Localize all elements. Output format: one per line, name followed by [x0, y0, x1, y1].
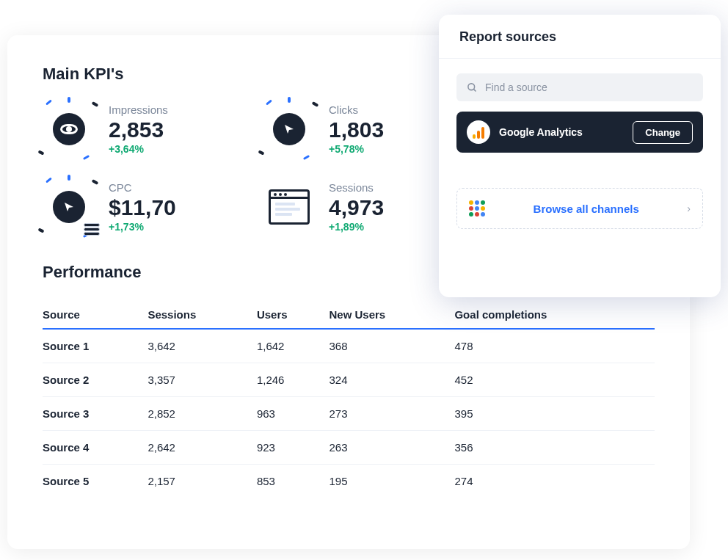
cell: 853 — [257, 465, 330, 498]
table-row: Source 1 3,642 1,642 368 478 — [43, 329, 655, 363]
panel-title: Report sources — [439, 15, 721, 59]
change-source-button[interactable]: Change — [633, 121, 693, 144]
cell: 923 — [257, 431, 330, 465]
cell: 2,157 — [148, 465, 257, 498]
cell: Source 5 — [43, 465, 148, 498]
kpi-label: Impressions — [109, 103, 168, 116]
cell: 2,642 — [148, 431, 257, 465]
cell: 1,642 — [257, 329, 330, 363]
kpi-change: +1,73% — [109, 221, 176, 233]
kpi-grid: Impressions 2,853 +3,64% Clicks 1,803 +5… — [43, 103, 454, 233]
browse-channels-label: Browse all channels — [497, 203, 675, 215]
cell: 368 — [330, 329, 455, 363]
cell: 274 — [454, 465, 655, 498]
cell: 263 — [330, 431, 455, 465]
kpi-impressions: Impressions 2,853 +3,64% — [43, 103, 233, 156]
col-sessions: Sessions — [148, 301, 257, 329]
table-header-row: Source Sessions Users New Users Goal com… — [43, 301, 655, 329]
search-icon — [467, 82, 478, 93]
cell: Source 1 — [43, 329, 148, 363]
kpi-sessions: Sessions 4,973 +1,89% — [263, 181, 454, 233]
col-users: Users — [257, 301, 330, 329]
kpi-value: 1,803 — [329, 117, 384, 142]
cell: 324 — [330, 363, 455, 397]
cell: Source 4 — [43, 431, 148, 465]
table-row: Source 2 3,357 1,246 324 452 — [43, 363, 655, 397]
selected-source-name: Google Analytics — [499, 126, 624, 138]
cursor-icon — [263, 103, 316, 156]
source-search[interactable] — [456, 73, 703, 101]
cell: Source 2 — [43, 363, 148, 397]
report-sources-panel: Report sources Google Analytics Change B… — [439, 15, 721, 297]
kpi-change: +3,64% — [109, 143, 168, 155]
cell: 1,246 — [257, 363, 330, 397]
cell: 356 — [454, 431, 655, 465]
col-new-users: New Users — [330, 301, 455, 329]
google-analytics-icon — [467, 120, 490, 144]
kpi-clicks: Clicks 1,803 +5,78% — [263, 103, 454, 156]
source-search-input[interactable] — [485, 81, 693, 93]
kpi-value: 2,853 — [109, 117, 168, 142]
cell: 452 — [454, 363, 655, 397]
kpi-label: Clicks — [329, 103, 384, 116]
cell: 195 — [330, 465, 455, 498]
table-row: Source 5 2,157 853 195 274 — [43, 465, 655, 498]
kpi-cpc: CPC $11,70 +1,73% — [43, 181, 233, 233]
kpi-value: 4,973 — [329, 195, 384, 219]
cell: 3,357 — [148, 363, 257, 397]
svg-line-1 — [473, 89, 476, 91]
eye-icon — [43, 103, 95, 156]
cursor-database-icon — [43, 181, 95, 233]
browser-window-icon — [263, 181, 316, 233]
cell: 395 — [454, 397, 655, 431]
kpi-label: CPC — [109, 181, 176, 194]
cell: 2,852 — [148, 397, 257, 431]
kpi-label: Sessions — [329, 181, 384, 194]
col-source: Source — [43, 301, 148, 329]
cell: 963 — [257, 397, 330, 431]
cell: 478 — [454, 329, 655, 363]
kpi-change: +5,78% — [329, 143, 384, 155]
performance-table: Source Sessions Users New Users Goal com… — [43, 301, 655, 498]
browse-channels-button[interactable]: Browse all channels › — [456, 188, 703, 229]
table-row: Source 4 2,642 923 263 356 — [43, 431, 655, 465]
cell: 3,642 — [148, 329, 257, 363]
chevron-right-icon: › — [687, 203, 691, 214]
table-row: Source 3 2,852 963 273 395 — [43, 397, 655, 431]
kpi-change: +1,89% — [329, 221, 384, 233]
cell: Source 3 — [43, 397, 148, 431]
svg-point-0 — [468, 83, 475, 90]
col-goals: Goal completions — [454, 301, 655, 329]
channels-grid-icon — [469, 200, 485, 217]
selected-source-row: Google Analytics Change — [456, 112, 703, 153]
cell: 273 — [330, 397, 455, 431]
kpi-value: $11,70 — [109, 195, 176, 219]
